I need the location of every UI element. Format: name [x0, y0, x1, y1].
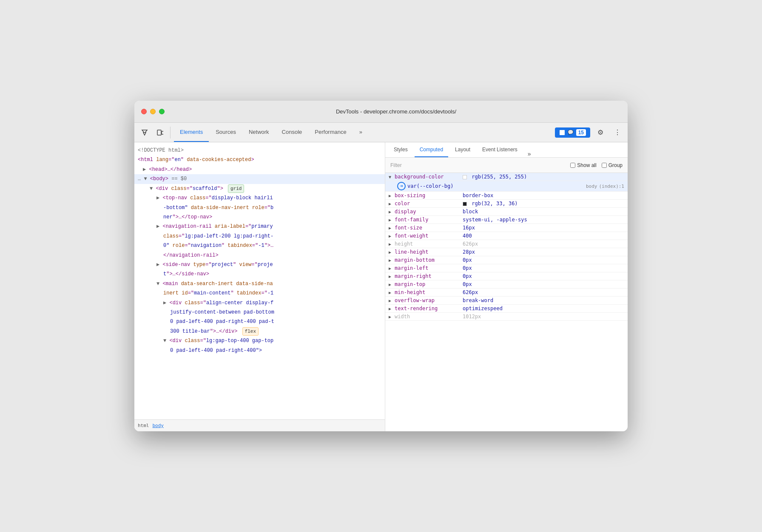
title-bar: DevTools - developer.chrome.com/docs/dev…: [134, 101, 628, 123]
prop-expand-icon[interactable]: ▶: [389, 298, 395, 303]
dom-line[interactable]: ▶ <navigation-rail aria-label="primary: [134, 222, 385, 231]
prop-row-font-weight[interactable]: ▶ font-weight 400: [385, 232, 628, 240]
tab-network[interactable]: Network: [243, 123, 275, 142]
prop-row-margin-top[interactable]: ▶ margin-top 0px: [385, 280, 628, 289]
dom-line[interactable]: class="lg:pad-left-200 lg:pad-right-: [134, 232, 385, 241]
prop-row-background-color-src[interactable]: ➜ var(--color-bg) body (index):1: [385, 181, 628, 192]
show-all-checkbox[interactable]: Show all: [570, 162, 596, 168]
tab-console[interactable]: Console: [276, 123, 308, 142]
dom-line[interactable]: 0 pad-left-400 pad-right-400">: [134, 346, 385, 355]
dom-line[interactable]: ▶ <top-nav class="display-block hairli: [134, 193, 385, 203]
prop-expand-icon[interactable]: ▶: [389, 242, 395, 246]
ctab-styles[interactable]: Styles: [389, 142, 413, 157]
dom-line[interactable]: ▼ <div class="scaffold"> grid: [134, 184, 385, 194]
prop-expand-icon[interactable]: ▶: [389, 314, 395, 319]
filter-options: Show all Group: [570, 162, 623, 168]
breadcrumb-bar: html body: [134, 419, 385, 431]
ctab-layout[interactable]: Layout: [450, 142, 475, 157]
dom-line[interactable]: <html lang="en" data-cookies-accepted>: [134, 155, 385, 164]
ctab-more-button[interactable]: »: [526, 150, 533, 157]
dom-line[interactable]: <!DOCTYPE html>: [134, 146, 385, 155]
more-options-button[interactable]: ⋮: [611, 126, 624, 139]
css-props[interactable]: ▼ background-color rgb(255, 255, 255) ➜ …: [385, 173, 628, 431]
prop-row-font-size[interactable]: ▶ font-size 16px: [385, 224, 628, 232]
prop-expand-icon[interactable]: ▶: [389, 274, 395, 279]
tab-nav: Elements Sources Network Console Perform…: [174, 123, 553, 142]
prop-expand-icon[interactable]: ▶: [389, 193, 395, 198]
breadcrumb-html[interactable]: html: [138, 423, 149, 428]
prop-row-margin-bottom[interactable]: ▶ margin-bottom 0px: [385, 256, 628, 264]
dom-line[interactable]: -bottom" data-side-nav-inert role="b: [134, 203, 385, 212]
prop-row-margin-left[interactable]: ▶ margin-left 0px: [385, 264, 628, 272]
prop-source: body: [586, 184, 597, 189]
prop-expand-icon[interactable]: ▶: [389, 209, 395, 214]
filter-bar: Show all Group: [385, 158, 628, 173]
minimize-button[interactable]: [150, 109, 156, 114]
dom-line-body[interactable]: … ▼ <body> == $0: [134, 174, 385, 184]
dom-content[interactable]: <!DOCTYPE html> <html lang="en" data-coo…: [134, 142, 385, 419]
prop-row-font-family[interactable]: ▶ font-family system-ui, -apple-sys: [385, 216, 628, 224]
prop-expand-icon[interactable]: ▶: [389, 306, 395, 311]
ctab-computed[interactable]: Computed: [415, 142, 448, 157]
dom-line[interactable]: ▼ <main data-search-inert data-side-na: [134, 279, 385, 289]
dom-line[interactable]: ner">…</top-nav>: [134, 212, 385, 222]
device-toolbar-button[interactable]: [153, 126, 167, 139]
prop-row-height[interactable]: ▶ height 626px: [385, 240, 628, 248]
maximize-button[interactable]: [159, 109, 165, 114]
dom-line[interactable]: inert id="main-content" tabindex="-1: [134, 289, 385, 298]
prop-row-background-color[interactable]: ▼ background-color rgb(255, 255, 255): [385, 173, 628, 181]
prop-row-color[interactable]: ▶ color rgb(32, 33, 36): [385, 200, 628, 208]
prop-expand-icon[interactable]: ▶: [389, 266, 395, 271]
prop-expand-icon[interactable]: ▶: [389, 258, 395, 263]
prop-row-line-height[interactable]: ▶ line-height 28px: [385, 248, 628, 256]
prop-row-width[interactable]: ▶ width 1012px: [385, 313, 628, 321]
prop-expand-icon[interactable]: ▶: [389, 226, 395, 230]
issues-count: 15: [576, 129, 586, 136]
dom-line[interactable]: justify-content-between pad-bottom: [134, 308, 385, 317]
settings-button[interactable]: ⚙: [594, 126, 607, 139]
inspect-element-button[interactable]: [138, 126, 151, 139]
color-swatch[interactable]: [463, 202, 467, 206]
prop-row-min-height[interactable]: ▶ min-height 626px: [385, 289, 628, 297]
show-all-checkbox-input[interactable]: [570, 163, 575, 168]
dom-line[interactable]: 0 pad-left-400 pad-right-400 pad-t: [134, 317, 385, 326]
dom-line[interactable]: ▼ <div class="lg:gap-top-400 gap-top: [134, 336, 385, 345]
prop-expand-icon[interactable]: ▼: [389, 175, 395, 179]
prop-expand-icon[interactable]: ▶: [389, 218, 395, 222]
traffic-lights: [141, 109, 165, 114]
prop-row-overflow-wrap[interactable]: ▶ overflow-wrap break-word: [385, 297, 628, 305]
dom-line[interactable]: 0" role="navigation" tabindex="-1">…: [134, 241, 385, 250]
prop-expand-icon[interactable]: ▶: [389, 290, 395, 295]
close-button[interactable]: [141, 109, 147, 114]
ctab-event-listeners[interactable]: Event Listeners: [477, 142, 523, 157]
prop-expand-icon[interactable]: ▶: [389, 250, 395, 255]
tab-sources[interactable]: Sources: [210, 123, 242, 142]
prop-expand-icon[interactable]: ▶: [389, 234, 395, 238]
prop-row-margin-right[interactable]: ▶ margin-right 0px: [385, 272, 628, 280]
flex-badge[interactable]: flex: [242, 327, 259, 336]
prop-expand-icon[interactable]: ▶: [389, 282, 395, 287]
prop-row-text-rendering[interactable]: ▶ text-rendering optimizespeed: [385, 305, 628, 313]
grid-badge[interactable]: grid: [228, 184, 244, 193]
group-checkbox-input[interactable]: [602, 163, 607, 168]
color-swatch[interactable]: [463, 175, 467, 179]
breadcrumb-body[interactable]: body: [153, 423, 164, 428]
prop-source-index: (index):1: [599, 184, 624, 189]
issues-button[interactable]: 💬 15: [555, 127, 590, 138]
dom-line[interactable]: 300 title-bar">…</div> flex: [134, 327, 385, 337]
svg-rect-1: [162, 131, 163, 134]
dom-line[interactable]: ▶ <head>…</head>: [134, 165, 385, 174]
tab-more-button[interactable]: »: [353, 123, 368, 142]
dom-line[interactable]: ▶ <div class="align-center display-f: [134, 298, 385, 308]
filter-input[interactable]: [390, 162, 567, 168]
group-checkbox[interactable]: Group: [602, 162, 623, 168]
prop-row-box-sizing[interactable]: ▶ box-sizing border-box: [385, 192, 628, 200]
navigate-to-rule-icon[interactable]: ➜: [397, 182, 406, 190]
prop-expand-icon[interactable]: ▶: [389, 201, 395, 206]
tab-elements[interactable]: Elements: [174, 123, 209, 142]
tab-performance[interactable]: Performance: [309, 123, 352, 142]
dom-line[interactable]: </navigation-rail>: [134, 251, 385, 260]
prop-row-display[interactable]: ▶ display block: [385, 208, 628, 216]
dom-line[interactable]: t">…</side-nav>: [134, 269, 385, 279]
dom-line[interactable]: ▶ <side-nav type="project" view="proje: [134, 260, 385, 269]
